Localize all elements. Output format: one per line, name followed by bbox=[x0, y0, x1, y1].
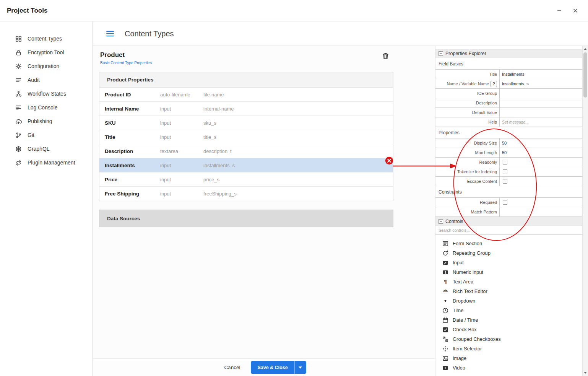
property-value-field[interactable] bbox=[500, 177, 582, 186]
data-sources-section[interactable]: Data Sources bbox=[99, 210, 393, 227]
property-checkbox[interactable] bbox=[503, 200, 507, 205]
delete-field-button[interactable] bbox=[385, 156, 393, 165]
sidebar-item-label: Log Console bbox=[28, 104, 58, 111]
close-button[interactable] bbox=[573, 8, 578, 13]
rich-text-icon: </> bbox=[442, 288, 448, 295]
property-row: Name / Variable Name ? installments_s bbox=[435, 79, 582, 89]
sidebar-item-label: Configuration bbox=[28, 63, 59, 69]
project-tools-window: Project Tools Content Types Encryption T… bbox=[0, 0, 588, 376]
control-palette-item[interactable]: ¶ Text Area bbox=[442, 277, 582, 286]
collapse-icon[interactable] bbox=[439, 51, 443, 56]
property-value-field[interactable]: Installments bbox=[500, 70, 582, 79]
control-palette-item[interactable]: Time bbox=[442, 306, 582, 315]
sidebar-item[interactable]: Git bbox=[0, 128, 92, 142]
property-value-field[interactable]: 50 bbox=[500, 148, 582, 157]
property-label-cell: Name / Variable Name ? bbox=[435, 79, 500, 88]
help-button[interactable]: ? bbox=[491, 81, 497, 87]
control-palette-item[interactable]: Form Section bbox=[442, 239, 582, 248]
control-palette-item[interactable]: Item Selector bbox=[442, 344, 582, 353]
collapse-icon[interactable] bbox=[439, 219, 443, 224]
scroll-down-button[interactable] bbox=[583, 370, 588, 376]
property-checkbox[interactable] bbox=[503, 179, 507, 184]
hamburger-button[interactable] bbox=[106, 31, 114, 37]
delete-content-type-button[interactable] bbox=[382, 52, 390, 60]
sidebar-item[interactable]: Publishing bbox=[0, 114, 92, 128]
form-section-icon bbox=[442, 241, 448, 247]
property-checkbox[interactable] bbox=[503, 169, 507, 174]
property-value-field[interactable] bbox=[500, 108, 582, 117]
property-value-field[interactable]: installments_s bbox=[500, 79, 582, 88]
sidebar-item[interactable]: Configuration bbox=[0, 59, 92, 73]
vertical-scrollbar[interactable] bbox=[582, 46, 588, 376]
field-name: Internal Name bbox=[99, 106, 160, 112]
property-value-field[interactable]: 50 bbox=[500, 138, 582, 148]
field-row[interactable]: Product ID auto-filename file-name bbox=[99, 88, 393, 102]
control-palette-item[interactable]: ▼ Dropdown bbox=[442, 296, 582, 306]
control-palette-item[interactable]: Check Box bbox=[442, 325, 582, 334]
sidebar-item[interactable]: Workflow States bbox=[0, 87, 92, 101]
property-row: Field Basics ? bbox=[435, 58, 582, 70]
sidebar-item-label: Audit bbox=[28, 77, 40, 83]
control-palette-item[interactable]: Video bbox=[442, 363, 582, 373]
sidebar-item[interactable]: Audit bbox=[0, 73, 92, 87]
scroll-thumb[interactable] bbox=[583, 52, 587, 98]
clock-icon bbox=[442, 308, 448, 314]
field-row[interactable]: Installments input installments_s bbox=[99, 158, 393, 173]
property-value-field[interactable] bbox=[500, 98, 582, 107]
window-controls bbox=[557, 8, 588, 13]
video-icon bbox=[442, 365, 448, 371]
grouped-checkboxes-icon bbox=[442, 336, 448, 342]
cloud-upload-icon bbox=[15, 118, 22, 125]
cancel-button[interactable]: Cancel bbox=[222, 364, 242, 371]
control-palette-item[interactable]: Input bbox=[442, 258, 582, 267]
control-palette-item[interactable]: Repeating Group bbox=[442, 248, 582, 258]
control-palette-item[interactable]: Image bbox=[442, 353, 582, 363]
sidebar-item-label: Content Types bbox=[28, 36, 62, 42]
control-palette-item[interactable]: Grouped Checkboxes bbox=[442, 334, 582, 344]
close-icon bbox=[573, 8, 578, 13]
save-split-button: Save & Close bbox=[251, 361, 306, 374]
sidebar-item[interactable]: Content Types bbox=[0, 32, 92, 46]
sidebar-item[interactable]: GraphQL bbox=[0, 142, 92, 156]
controls-search-input[interactable] bbox=[435, 228, 582, 233]
scroll-down-icon bbox=[584, 372, 587, 374]
control-label: Input bbox=[453, 260, 464, 265]
sidebar-item[interactable]: Plugin Management bbox=[0, 156, 92, 169]
scroll-up-button[interactable] bbox=[583, 46, 588, 52]
field-variable-name: file-name bbox=[203, 92, 224, 98]
field-row[interactable]: Free Shipping input freeShipping_s bbox=[99, 187, 393, 201]
field-variable-name: internal-name bbox=[203, 106, 234, 112]
sidebar-item[interactable]: Encryption Tool bbox=[0, 46, 92, 59]
property-row: Readonly ? bbox=[435, 158, 582, 167]
property-value: 50 bbox=[502, 150, 507, 155]
field-row[interactable]: Title input title_s bbox=[99, 130, 393, 144]
save-close-button[interactable]: Save & Close bbox=[251, 361, 294, 374]
minimize-button[interactable] bbox=[557, 8, 562, 13]
property-value-field[interactable] bbox=[500, 167, 582, 176]
basic-properties-link[interactable]: Basic Content Type Properties bbox=[100, 61, 152, 65]
field-row[interactable]: Internal Name input internal-name bbox=[99, 102, 393, 116]
property-value: 50 bbox=[502, 141, 507, 145]
controls-header[interactable]: Controls bbox=[435, 217, 582, 226]
field-row[interactable]: Price input price_s bbox=[99, 173, 393, 187]
control-palette-item[interactable]: </> Rich Text Editor bbox=[442, 286, 582, 296]
property-checkbox[interactable] bbox=[503, 160, 507, 164]
properties-explorer-panel: Properties Explorer Field Basics ? bbox=[435, 46, 582, 376]
field-row[interactable]: Description textarea description_t bbox=[99, 144, 393, 158]
sidebar-item[interactable]: Log Console bbox=[0, 101, 92, 114]
field-row[interactable]: SKU input sku_s bbox=[99, 116, 393, 130]
field-variable-name: description_t bbox=[203, 148, 232, 154]
property-value-field[interactable] bbox=[500, 89, 582, 98]
property-value-field[interactable] bbox=[500, 207, 582, 216]
control-palette-item[interactable]: Numeric input bbox=[442, 267, 582, 277]
field-name: Free Shipping bbox=[99, 191, 160, 197]
control-palette-item[interactable]: Date / Time bbox=[442, 315, 582, 325]
product-properties-section-header[interactable]: Product Properties bbox=[99, 72, 393, 88]
image-icon bbox=[442, 355, 448, 361]
property-value-field[interactable] bbox=[500, 158, 582, 167]
property-value-field[interactable]: Set message... bbox=[500, 117, 582, 127]
properties-explorer-header[interactable]: Properties Explorer bbox=[435, 49, 582, 58]
property-value-field[interactable] bbox=[500, 198, 582, 207]
field-variable-name: sku_s bbox=[203, 120, 216, 126]
save-options-button[interactable] bbox=[294, 361, 306, 374]
